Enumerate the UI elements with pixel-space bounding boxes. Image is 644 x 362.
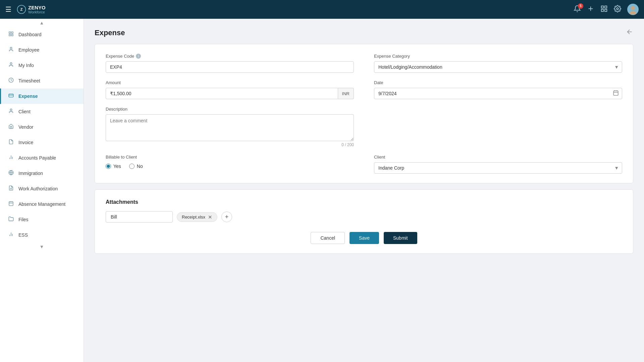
grid-button[interactable] bbox=[600, 5, 608, 14]
svg-point-15 bbox=[10, 47, 12, 49]
billable-no-radio[interactable] bbox=[129, 164, 135, 169]
sidebar: ▲ Dashboard Employee bbox=[0, 19, 84, 362]
currency-badge: INR bbox=[338, 88, 354, 99]
page-title: Expense bbox=[95, 28, 125, 37]
sidebar-label-invoice: Invoice bbox=[18, 140, 33, 145]
form-actions: Cancel Save Submit bbox=[106, 232, 622, 244]
sidebar-label-files: Files bbox=[18, 217, 29, 222]
attachments-row: Receipt.xlsx ✕ + bbox=[106, 211, 622, 223]
svg-point-16 bbox=[10, 63, 12, 64]
svg-rect-4 bbox=[601, 6, 603, 8]
attachments-card: Attachments Receipt.xlsx ✕ + Cancel Save… bbox=[95, 189, 633, 254]
vendor-icon bbox=[8, 124, 14, 130]
attachments-title: Attachments bbox=[106, 199, 622, 205]
amount-wrapper: INR bbox=[106, 88, 354, 99]
invoice-icon bbox=[8, 139, 14, 146]
sidebar-item-timesheet[interactable]: Timesheet bbox=[0, 73, 84, 88]
svg-rect-18 bbox=[9, 94, 13, 97]
expense-code-label: Expense Code i bbox=[106, 54, 354, 59]
add-attachment-button[interactable]: + bbox=[221, 212, 232, 222]
attachment-chip: Receipt.xlsx ✕ bbox=[177, 212, 217, 222]
sidebar-item-work-authorization[interactable]: Work Authorization bbox=[0, 181, 84, 196]
sidebar-label-accounts-payable: Accounts Payable bbox=[18, 155, 56, 161]
description-textarea[interactable] bbox=[106, 114, 354, 141]
svg-rect-28 bbox=[9, 202, 13, 206]
attachment-name-input[interactable] bbox=[106, 211, 173, 223]
cancel-button[interactable]: Cancel bbox=[311, 232, 345, 244]
expense-category-label: Expense Category bbox=[374, 54, 622, 59]
attachment-remove-button[interactable]: ✕ bbox=[208, 215, 212, 220]
sidebar-item-invoice[interactable]: Invoice bbox=[0, 135, 84, 150]
scroll-down[interactable]: ▼ bbox=[0, 243, 84, 251]
client-select-wrapper: Indane Corp Other Client ▼ bbox=[374, 162, 622, 174]
svg-point-10 bbox=[630, 11, 636, 14]
billable-yes-radio[interactable] bbox=[106, 164, 111, 169]
sidebar-item-client[interactable]: Client bbox=[0, 104, 84, 119]
svg-point-9 bbox=[631, 6, 635, 10]
user-avatar[interactable] bbox=[627, 4, 639, 15]
logo-name: ZENYO bbox=[28, 5, 46, 10]
myinfo-icon bbox=[8, 62, 14, 69]
sidebar-label-client: Client bbox=[18, 109, 31, 114]
billable-no-label: No bbox=[137, 164, 143, 169]
expense-form-card: Expense Code i Expense Category Hotel/Lo… bbox=[95, 44, 633, 183]
nav-left: ☰ Z ZENYO Workforce bbox=[5, 4, 46, 15]
sidebar-item-files[interactable]: Files bbox=[0, 212, 84, 227]
main-content: Expense Expense Code i bbox=[84, 19, 644, 362]
notification-button[interactable]: 5 bbox=[574, 5, 581, 14]
submit-button[interactable]: Submit bbox=[384, 232, 417, 244]
notification-badge: 5 bbox=[578, 3, 583, 9]
amount-input[interactable] bbox=[106, 88, 338, 99]
sidebar-item-accounts-payable[interactable]: Accounts Payable bbox=[0, 150, 84, 166]
save-button[interactable]: Save bbox=[350, 232, 379, 244]
files-icon bbox=[8, 216, 14, 223]
svg-rect-14 bbox=[11, 34, 13, 36]
back-button[interactable] bbox=[626, 28, 633, 37]
svg-rect-12 bbox=[11, 32, 13, 34]
char-count: 0 / 200 bbox=[106, 142, 354, 147]
absence-management-icon bbox=[8, 201, 14, 207]
hamburger-icon[interactable]: ☰ bbox=[5, 5, 11, 13]
billable-yes-option[interactable]: Yes bbox=[106, 164, 121, 169]
client-field: Client Indane Corp Other Client ▼ bbox=[374, 155, 622, 174]
date-input[interactable] bbox=[374, 88, 622, 99]
scroll-up[interactable]: ▲ bbox=[0, 19, 84, 27]
add-button[interactable] bbox=[587, 5, 594, 14]
form-grid: Expense Code i Expense Category Hotel/Lo… bbox=[106, 54, 622, 174]
expense-category-select[interactable]: Hotel/Lodging/Accommodation Travel Meals… bbox=[374, 61, 622, 73]
date-label: Date bbox=[374, 80, 622, 85]
sidebar-item-vendor[interactable]: Vendor bbox=[0, 119, 84, 135]
sidebar-label-myinfo: My Info bbox=[18, 63, 34, 68]
expense-icon bbox=[8, 93, 14, 100]
sidebar-item-myinfo[interactable]: My Info bbox=[0, 58, 84, 73]
svg-rect-13 bbox=[9, 34, 11, 36]
description-label: Description bbox=[106, 107, 354, 112]
sidebar-item-employee[interactable]: Employee bbox=[0, 42, 84, 58]
dashboard-icon bbox=[8, 31, 14, 38]
expense-code-info-icon: i bbox=[136, 54, 141, 59]
sidebar-item-dashboard[interactable]: Dashboard bbox=[0, 27, 84, 42]
page-header: Expense bbox=[95, 28, 633, 37]
svg-text:Z: Z bbox=[20, 7, 22, 11]
sidebar-label-dashboard: Dashboard bbox=[18, 32, 42, 37]
billable-yes-label: Yes bbox=[113, 164, 121, 169]
top-navigation: ☰ Z ZENYO Workforce 5 bbox=[0, 0, 644, 19]
sidebar-item-expense[interactable]: Expense bbox=[0, 88, 84, 104]
sidebar-label-work-authorization: Work Authorization bbox=[18, 186, 58, 191]
expense-code-input[interactable] bbox=[106, 61, 354, 73]
expense-category-select-wrapper: Hotel/Lodging/Accommodation Travel Meals… bbox=[374, 61, 622, 73]
settings-button[interactable] bbox=[614, 5, 621, 14]
sidebar-label-absence-management: Absence Management bbox=[18, 201, 65, 207]
attachment-filename: Receipt.xlsx bbox=[182, 215, 205, 220]
sidebar-label-vendor: Vendor bbox=[18, 124, 33, 130]
sidebar-item-ess[interactable]: ESS bbox=[0, 227, 84, 243]
expense-category-field: Expense Category Hotel/Lodging/Accommoda… bbox=[374, 54, 622, 73]
billable-no-option[interactable]: No bbox=[129, 164, 143, 169]
sidebar-item-immigration[interactable]: Immigration bbox=[0, 166, 84, 181]
nav-right: 5 bbox=[574, 4, 639, 15]
svg-rect-11 bbox=[9, 32, 11, 34]
sidebar-label-expense: Expense bbox=[18, 94, 38, 99]
client-select[interactable]: Indane Corp Other Client bbox=[374, 162, 622, 174]
accounts-payable-icon bbox=[8, 155, 14, 161]
sidebar-item-absence-management[interactable]: Absence Management bbox=[0, 196, 84, 212]
